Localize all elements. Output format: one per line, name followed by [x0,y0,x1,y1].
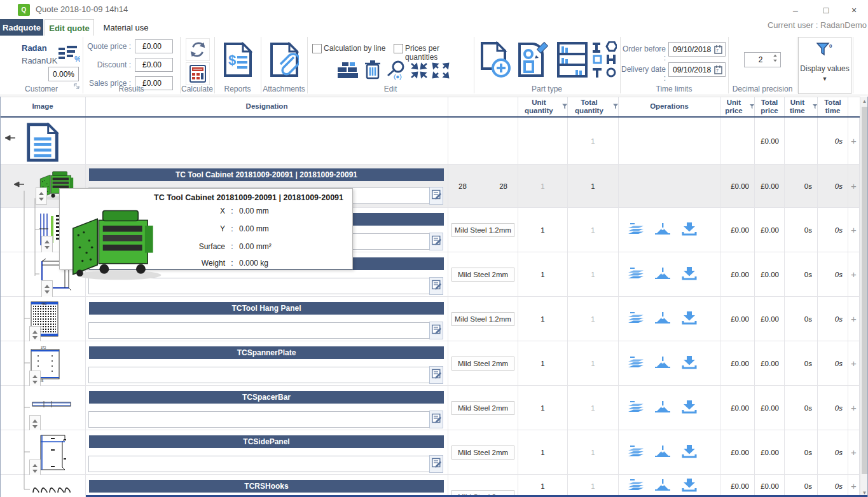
bend-operation-icon[interactable] [654,311,671,327]
table-row-quote[interactable]: 1£0.000s+ [0,118,860,165]
stepper-down-icon[interactable] [39,198,44,201]
unit-quantity-cell[interactable]: 1 [518,252,568,296]
designation-input[interactable] [88,411,432,428]
designation-note-button[interactable] [429,411,443,428]
stepper-down-icon[interactable] [32,381,38,384]
add-line-button[interactable]: + [848,430,860,474]
bend-operation-icon[interactable] [654,266,671,283]
unload-operation-icon[interactable] [681,400,698,416]
stepper-up-icon[interactable] [39,192,44,195]
designation-bar[interactable]: TCSidePanel [89,435,444,448]
column-header-designation[interactable]: Designation [86,97,448,116]
material-box[interactable]: Mild Steel 2mm [451,357,514,371]
stepper-down-icon[interactable] [32,336,38,339]
filter-icon[interactable] [613,104,618,110]
quantity-stepper[interactable] [41,236,53,253]
collapse-all-icon[interactable] [409,61,429,80]
unload-operation-icon[interactable] [681,355,698,372]
unit-quantity-cell[interactable]: 1 [518,386,568,430]
column-header-total-price[interactable]: Total price [755,97,785,116]
designation-bar[interactable]: TCSpacerBar [89,391,444,404]
unload-operation-icon[interactable] [681,444,698,461]
column-header-unit-time[interactable]: Unit time [785,97,818,116]
tab-radquote[interactable]: Radquote [0,19,43,36]
search-preview-icon[interactable]: 〈●〉 [385,58,409,81]
decimal-precision-stepper[interactable]: 2 [744,52,781,67]
stepper-up-icon[interactable] [45,240,50,243]
add-line-button[interactable]: + [848,297,860,341]
material-box[interactable]: Mild Steel 2mm [451,446,514,460]
bend-operation-icon[interactable] [654,222,671,238]
edit-part-icon[interactable] [516,39,550,80]
filter-icon[interactable] [562,104,567,110]
add-line-button[interactable]: + [848,475,860,497]
designation-input[interactable] [88,456,432,472]
stepper-up-icon[interactable] [32,375,38,378]
designation-note-button[interactable] [429,322,443,339]
unload-operation-icon[interactable] [681,311,698,327]
report-document-icon[interactable]: $ [221,39,254,80]
bend-operation-icon[interactable] [654,400,671,416]
scrollbar-thumb[interactable] [862,107,867,474]
cut-sheets-operation-icon[interactable] [628,311,644,327]
stepper-up-icon[interactable] [32,419,38,423]
cut-sheets-operation-icon[interactable] [628,355,644,372]
calculator-icon[interactable] [186,62,210,85]
cut-sheets-operation-icon[interactable] [628,444,644,461]
bend-operation-icon[interactable] [654,444,671,461]
table-row-part[interactable]: TCSpacerBarMild Steel 2mm11£0.00£0.000s0… [0,386,860,430]
designation-bar[interactable]: TCRSHooks [89,480,444,493]
designation-note-button[interactable] [429,366,443,384]
stepper-arrows-icon[interactable] [773,54,778,62]
standard-parts-icon[interactable] [591,39,617,80]
filter-icon[interactable] [813,104,817,110]
stepper-up-icon[interactable] [45,285,50,288]
stepper-down-icon[interactable] [45,290,50,294]
quote-price-field[interactable]: £0.00 [135,39,173,53]
material-box[interactable]: Mild Steel 2mm [451,401,514,415]
dialog-launcher-icon[interactable] [74,80,79,92]
discount-field[interactable]: £0.00 [135,58,173,72]
bricks-icon[interactable] [335,60,361,81]
material-box[interactable]: Mild Steel 1.2mm [451,223,514,237]
unload-operation-icon[interactable] [681,266,698,283]
unit-quantity-cell[interactable]: 1 [518,165,568,207]
unit-quantity-cell[interactable]: 1 [518,341,568,385]
minimize-button[interactable]: – [786,4,805,17]
designation-bar[interactable]: TCSpannerPlate [89,346,444,359]
cut-sheets-operation-icon[interactable] [628,400,644,416]
add-line-button[interactable]: + [848,386,860,430]
add-line-button[interactable]: + [848,252,860,296]
add-line-button[interactable]: + [848,341,860,385]
column-header-total-time[interactable]: Total time [818,97,848,116]
quantity-stepper[interactable] [36,187,47,205]
delivery-date-field[interactable]: 09/10/2018 7 [668,62,726,77]
customer-discount-icon[interactable]: % [59,46,80,65]
bend-operation-icon[interactable] [654,478,671,494]
designation-bar[interactable]: TC Tool Cabinet 20181009-20091 | 2018100… [89,168,444,181]
table-row-part[interactable]: TCSidePanelMild Steel 2mm11£0.00£0.000s0… [0,430,860,475]
add-line-button[interactable]: + [848,165,860,207]
calendar-icon[interactable]: 7 [714,65,722,74]
quantity-stepper[interactable] [41,280,53,297]
filter-icon[interactable] [750,104,754,110]
add-part-icon[interactable] [479,39,513,80]
customer-discount-field[interactable]: 0.00% [48,67,79,81]
cut-sheets-operation-icon[interactable] [628,222,644,238]
column-header-unit-quantity[interactable]: Unit quantity [518,97,568,116]
prices-per-quantities-checkbox[interactable] [394,44,403,53]
cut-sheets-operation-icon[interactable] [628,266,644,283]
order-before-field[interactable]: 09/10/2018 7 [668,42,726,57]
stepper-up-icon[interactable] [32,464,38,467]
add-line-button[interactable]: + [848,208,860,252]
unit-quantity-cell[interactable]: 1 [518,208,568,252]
material-box[interactable]: Mild Steel 2mm [451,268,514,282]
quantity-stepper[interactable] [29,326,41,343]
expand-all-icon[interactable] [431,61,451,80]
stepper-down-icon[interactable] [32,470,38,473]
unit-quantity-cell[interactable]: 1 [518,297,568,341]
table-row-part[interactable]: 372325TCSpannerPlateMild Steel 2mm11£0.0… [0,341,860,386]
designation-note-button[interactable] [429,277,443,295]
bend-operation-icon[interactable] [654,355,671,372]
calendar-icon[interactable]: 7 [714,45,722,54]
